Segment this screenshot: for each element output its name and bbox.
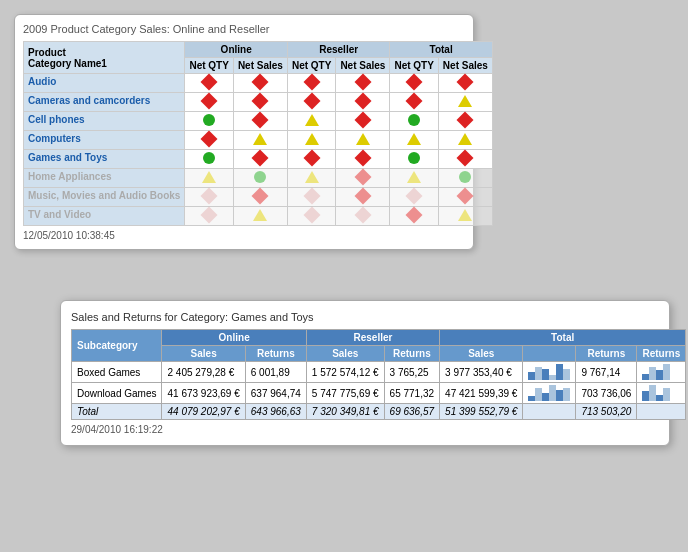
symbol-cell	[336, 188, 390, 207]
table-row: TV and Video	[24, 207, 493, 226]
subcategory-label: Download Games	[72, 383, 162, 404]
bottom-panel-title: Sales and Returns for Category: Games an…	[71, 311, 659, 323]
bottom-timestamp: 29/04/2010 16:19:22	[71, 424, 659, 435]
subcategory-label: Boxed Games	[72, 362, 162, 383]
data-cell: 637 964,74	[245, 383, 306, 404]
symbol-cell	[185, 93, 233, 112]
data-cell: 3 765,25	[384, 362, 440, 383]
data-cell: 643 966,63	[245, 404, 306, 420]
sub-online-returns: Returns	[245, 346, 306, 362]
symbol-cell	[185, 169, 233, 188]
table-row: Cameras and camcorders	[24, 93, 493, 112]
symbol-cell	[185, 131, 233, 150]
symbol-cell	[185, 150, 233, 169]
row-label: Cell phones	[24, 112, 185, 131]
data-cell: 41 673 923,69 €	[162, 383, 245, 404]
symbol-cell	[438, 169, 492, 188]
data-cell: 44 079 202,97 €	[162, 404, 245, 420]
table-row: Download Games41 673 923,69 €637 964,745…	[72, 383, 686, 404]
symbol-cell	[287, 74, 335, 93]
row-label: Computers	[24, 131, 185, 150]
symbol-cell	[390, 74, 438, 93]
row-label: Cameras and camcorders	[24, 93, 185, 112]
table-row: Computers	[24, 131, 493, 150]
symbol-cell	[185, 112, 233, 131]
col-sub-online-qty: Net QTY	[185, 58, 233, 74]
top-timestamp: 12/05/2010 10:38:45	[23, 230, 465, 241]
sub-online-sales: Sales	[162, 346, 245, 362]
row-label: TV and Video	[24, 207, 185, 226]
symbol-cell	[438, 93, 492, 112]
table-row: Music, Movies and Audio Books	[24, 188, 493, 207]
row-label: Home Appliances	[24, 169, 185, 188]
data-cell: 703 736,06	[576, 383, 637, 404]
symbol-cell	[185, 188, 233, 207]
symbol-cell	[287, 150, 335, 169]
col-header-category: ProductCategory Name1	[24, 42, 185, 74]
data-cell	[523, 404, 576, 420]
symbol-cell	[287, 188, 335, 207]
symbol-cell	[336, 112, 390, 131]
col-sub-reseller-sales: Net Sales	[336, 58, 390, 74]
data-cell: 2 405 279,28 €	[162, 362, 245, 383]
symbol-cell	[336, 169, 390, 188]
sub-total-sales-chart	[523, 346, 576, 362]
data-cell	[637, 362, 686, 383]
data-cell: 5 747 775,69 €	[306, 383, 384, 404]
symbol-cell	[233, 150, 287, 169]
row-label: Audio	[24, 74, 185, 93]
col-header-total: Total	[390, 42, 492, 58]
data-cell	[637, 383, 686, 404]
col-header-total-b: Total	[440, 330, 686, 346]
top-chart-table: ProductCategory Name1 Online Reseller To…	[23, 41, 493, 226]
data-cell: 1 572 574,12 €	[306, 362, 384, 383]
col-header-reseller: Reseller	[287, 42, 389, 58]
symbol-cell	[233, 131, 287, 150]
table-row: Home Appliances	[24, 169, 493, 188]
sub-reseller-sales: Sales	[306, 346, 384, 362]
symbol-cell	[390, 93, 438, 112]
symbol-cell	[336, 93, 390, 112]
col-header-reseller-b: Reseller	[306, 330, 439, 346]
sub-reseller-returns: Returns	[384, 346, 440, 362]
symbol-cell	[233, 188, 287, 207]
symbol-cell	[287, 169, 335, 188]
col-header-subcategory: Subcategory	[72, 330, 162, 362]
col-sub-reseller-qty: Net QTY	[287, 58, 335, 74]
table-row: Cell phones	[24, 112, 493, 131]
data-cell: 47 421 599,39 €	[440, 383, 523, 404]
table-row: Audio	[24, 74, 493, 93]
table-row: Total44 079 202,97 €643 966,637 320 349,…	[72, 404, 686, 420]
symbol-cell	[233, 207, 287, 226]
data-cell: 3 977 353,40 €	[440, 362, 523, 383]
symbol-cell	[438, 131, 492, 150]
symbol-cell	[233, 74, 287, 93]
data-cell	[523, 362, 576, 383]
table-row: Boxed Games2 405 279,28 €6 001,891 572 5…	[72, 362, 686, 383]
symbol-cell	[438, 188, 492, 207]
symbol-cell	[233, 112, 287, 131]
subcategory-label: Total	[72, 404, 162, 420]
sub-total-returns-chart: Returns	[637, 346, 686, 362]
data-cell: 6 001,89	[245, 362, 306, 383]
symbol-cell	[438, 74, 492, 93]
row-label: Games and Toys	[24, 150, 185, 169]
symbol-cell	[185, 207, 233, 226]
col-sub-online-sales: Net Sales	[233, 58, 287, 74]
symbol-cell	[438, 112, 492, 131]
symbol-cell	[438, 207, 492, 226]
symbol-cell	[390, 150, 438, 169]
symbol-cell	[233, 93, 287, 112]
symbol-cell	[390, 207, 438, 226]
col-sub-total-sales: Net Sales	[438, 58, 492, 74]
symbol-cell	[390, 188, 438, 207]
bottom-data-table: Subcategory Online Reseller Total Sales …	[71, 329, 686, 420]
data-cell	[637, 404, 686, 420]
symbol-cell	[287, 131, 335, 150]
data-cell: 713 503,20	[576, 404, 637, 420]
col-header-online: Online	[185, 42, 287, 58]
data-cell	[523, 383, 576, 404]
data-cell: 9 767,14	[576, 362, 637, 383]
symbol-cell	[287, 112, 335, 131]
top-panel: 2009 Product Category Sales: Online and …	[14, 14, 474, 250]
